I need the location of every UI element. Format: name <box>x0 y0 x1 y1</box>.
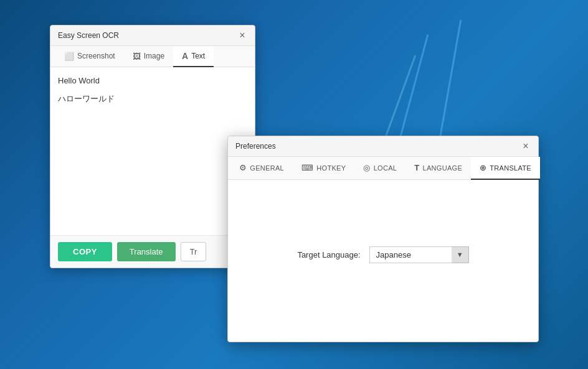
desktop: Easy Screen OCR × ⬜ Screenshot 🖼 Image A… <box>0 0 588 369</box>
target-language-select[interactable]: Japanese English Chinese French German S… <box>369 246 469 263</box>
translate-icon: ⊕ <box>480 163 486 172</box>
tab-image[interactable]: 🖼 Image <box>124 46 173 67</box>
target-language-row: Target Language: Japanese English Chines… <box>297 246 468 263</box>
tab-local[interactable]: ◎ LOCAL <box>354 157 405 180</box>
local-icon: ◎ <box>363 163 370 172</box>
tab-translate[interactable]: ⊕ TRANSLATE <box>471 157 540 180</box>
prefs-close-button[interactable]: × <box>521 141 531 151</box>
tab-image-label: Image <box>144 52 164 60</box>
copy-button[interactable]: COPY <box>58 242 112 261</box>
ocr-window-title: Easy Screen OCR <box>58 31 119 40</box>
text-icon: A <box>182 51 188 61</box>
tr-button[interactable]: Tr <box>181 242 207 261</box>
ocr-tab-bar: ⬜ Screenshot 🖼 Image A Text <box>50 46 255 67</box>
general-icon: ⚙ <box>239 163 247 172</box>
ocr-line-1: Hello World <box>58 75 247 88</box>
tab-text-label: Text <box>191 52 205 60</box>
tab-hotkey-label: HOTKEY <box>316 164 346 172</box>
screenshot-icon: ⬜ <box>64 52 74 61</box>
language-select-wrapper: Japanese English Chinese French German S… <box>369 246 469 263</box>
tab-screenshot[interactable]: ⬜ Screenshot <box>55 46 124 67</box>
tab-text[interactable]: A Text <box>173 46 214 67</box>
ocr-button-row: COPY Translate Tr <box>50 235 255 268</box>
tab-hotkey[interactable]: ⌨ HOTKEY <box>293 157 354 180</box>
prefs-titlebar: Preferences × <box>228 136 538 157</box>
translate-button[interactable]: Translate <box>117 242 176 261</box>
tab-language-label: LANGUAGE <box>422 164 462 172</box>
preferences-window: Preferences × ⚙ GENERAL ⌨ HOTKEY ◎ LOCAL… <box>227 136 539 342</box>
tab-local-label: LOCAL <box>374 164 397 172</box>
tab-general[interactable]: ⚙ GENERAL <box>230 157 293 180</box>
tab-language[interactable]: T LANGUAGE <box>405 157 471 180</box>
ocr-line-2: ハローワールド <box>58 93 247 106</box>
ocr-window: Easy Screen OCR × ⬜ Screenshot 🖼 Image A… <box>50 25 255 268</box>
image-icon: 🖼 <box>133 52 141 61</box>
hotkey-icon: ⌨ <box>301 163 313 172</box>
prefs-content: Target Language: Japanese English Chines… <box>228 180 538 342</box>
target-language-label: Target Language: <box>297 250 360 259</box>
ocr-text-content: Hello World ハローワールド <box>58 75 247 106</box>
tab-translate-label: TRANSLATE <box>490 164 531 172</box>
prefs-tab-bar: ⚙ GENERAL ⌨ HOTKEY ◎ LOCAL T LANGUAGE ⊕ … <box>228 157 538 180</box>
ocr-close-button[interactable]: × <box>237 30 247 40</box>
ocr-text-area: Hello World ハローワールド <box>50 67 255 235</box>
prefs-window-title: Preferences <box>235 142 276 151</box>
ocr-titlebar: Easy Screen OCR × <box>50 26 255 46</box>
tab-general-label: GENERAL <box>250 164 284 172</box>
tab-screenshot-label: Screenshot <box>77 52 115 60</box>
language-icon: T <box>414 163 419 172</box>
